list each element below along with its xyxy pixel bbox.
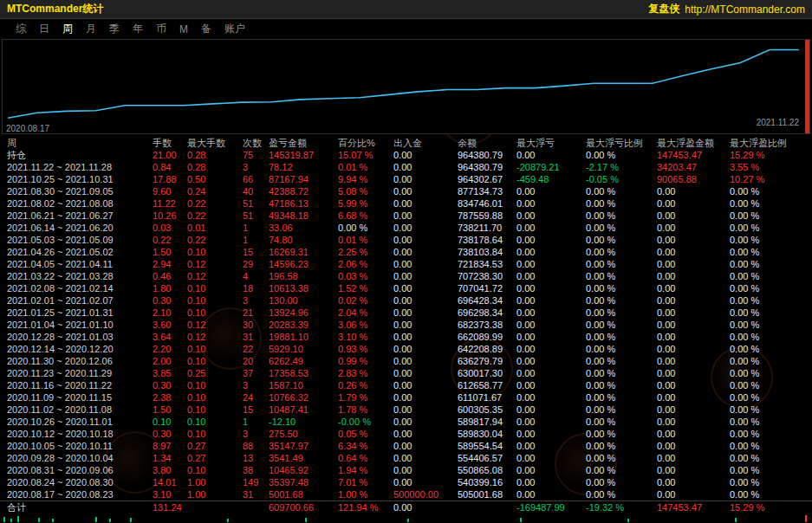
table-cell: 6.34 % (338, 440, 393, 452)
menu-item-9[interactable]: 备 (201, 22, 211, 36)
table-cell: 2020.11.16 ~ 2020.11.22 (7, 379, 153, 391)
table-cell: 636279.79 (458, 355, 516, 367)
menu-item-2[interactable]: 日 (39, 22, 49, 36)
table-row[interactable]: 2020.11.30 ~ 2020.12.062.000.10206262.49… (0, 355, 812, 367)
table-row[interactable]: 2020.12.28 ~ 2021.01.033.640.123119881.1… (0, 331, 812, 343)
app-window: MTCommander统计 复盘侠 http://MTCommander.com… (0, 0, 812, 523)
table-row[interactable]: 2021.01.25 ~ 2021.01.312.100.102113924.9… (0, 307, 812, 319)
table-row[interactable]: 2021.02.08 ~ 2021.02.141.800.101810613.3… (0, 282, 812, 294)
table-cell: 0.00 % (730, 258, 812, 270)
table-cell: 0.00 (393, 440, 458, 452)
table-cell: 2020.10.26 ~ 2020.11.01 (7, 416, 153, 428)
table-cell: 0.01 % (338, 234, 393, 246)
table-cell: 0.00 % (586, 476, 657, 488)
table-cell: 0.00 (516, 210, 586, 222)
table-row[interactable]: 2021.05.03 ~ 2021.05.090.220.22174.800.0… (0, 234, 812, 246)
table-cell: 682373.38 (458, 319, 516, 331)
table-cell: 0.00 % (730, 416, 812, 428)
menu-item-8[interactable]: M (179, 23, 188, 36)
table-cell: 15 (243, 246, 269, 258)
table-row[interactable]: 2021.08.30 ~ 2021.09.059.600.244042388.7… (0, 185, 812, 197)
table-row[interactable]: 2020.11.09 ~ 2020.11.152.380.102410766.3… (0, 391, 812, 404)
menu-item-6[interactable]: 年 (133, 22, 143, 36)
table-row[interactable]: 2020.09.28 ~ 2020.10.041.340.27133541.49… (0, 452, 812, 464)
table-cell: 0.99 % (338, 355, 393, 367)
table-cell: 0.00 (393, 501, 458, 513)
table-cell: 149 (243, 476, 269, 488)
menu-item-3[interactable]: 周 (62, 22, 73, 36)
table-cell: 0.10 (187, 404, 243, 416)
table-cell: 0.00 % (586, 222, 657, 234)
chart-scrollbar[interactable] (805, 40, 809, 133)
table-row[interactable]: 2020.11.23 ~ 2020.11.293.850.253717358.5… (0, 367, 812, 379)
brand-url-link[interactable]: http://MTCommander.com (685, 3, 805, 16)
table-cell: 500000.00 (393, 488, 458, 500)
table-cell: 42388.72 (269, 185, 338, 197)
table-row[interactable]: 2021.02.01 ~ 2021.02.070.300.103130.000.… (0, 294, 812, 307)
table-cell: 707238.30 (458, 270, 516, 282)
table-cell: 66 (243, 173, 269, 185)
table-cell: 964380.79 (458, 161, 516, 173)
table-cell: 0.00 % (586, 282, 657, 294)
table-row[interactable]: 2021.04.26 ~ 2021.05.021.500.101516269.3… (0, 246, 812, 258)
table-cell: 0.00 (516, 234, 586, 246)
table-cell: 合计 (7, 501, 153, 513)
table-row[interactable]: 2020.08.17 ~ 2020.08.233.101.00315001.68… (0, 488, 812, 500)
table-cell: 31 (243, 331, 269, 343)
table-cell: 2021.01.25 ~ 2021.01.31 (7, 307, 153, 319)
table-row[interactable]: 2020.12.14 ~ 2020.12.202.200.10225929.10… (0, 343, 812, 355)
table-row[interactable]: 2020.10.12 ~ 2020.10.180.300.103275.500.… (0, 428, 812, 440)
table-row[interactable]: 2020.10.05 ~ 2020.10.118.970.278835147.9… (0, 440, 812, 452)
table-cell: 642208.89 (458, 343, 516, 355)
menu-item-5[interactable]: 季 (109, 22, 120, 36)
mini-bar-red (805, 515, 807, 522)
table-cell: 0.24 (187, 185, 243, 197)
table-row[interactable]: 2020.08.24 ~ 2020.08.3014.011.0014935397… (0, 476, 812, 488)
table-cell (243, 501, 269, 513)
table-cell: 0.10 (187, 355, 243, 367)
table-cell: 0.00 (393, 294, 458, 307)
table-cell: 0.00 (657, 391, 730, 404)
table-row[interactable]: 2021.10.25 ~ 2021.10.3117.880.506687167.… (0, 173, 812, 185)
table-row[interactable]: 2021.06.21 ~ 2021.06.2710.260.225149348.… (0, 210, 812, 222)
table-cell: 1.79 % (338, 391, 393, 404)
table-cell: 1.78 % (338, 404, 393, 416)
table-cell: 0.00 (516, 367, 586, 379)
table-cell: 49348.18 (269, 210, 338, 222)
table-row[interactable]: 2021.01.04 ~ 2021.01.103.600.123020283.3… (0, 319, 812, 331)
equity-chart[interactable]: 2020.08.17 2021.11.22 (2, 39, 810, 134)
menu-item-7[interactable]: 币 (156, 22, 166, 36)
table-row[interactable]: 2020.11.16 ~ 2020.11.220.300.1031587.100… (0, 379, 812, 391)
table-cell: 612658.77 (458, 379, 516, 391)
table-row[interactable]: 2020.08.31 ~ 2020.09.063.800.103810465.9… (0, 464, 812, 476)
table-cell: -2.17 % (586, 161, 657, 173)
table-cell: 5.08 % (338, 185, 393, 197)
table-cell: 0.00 (516, 440, 586, 452)
table-cell: 0.00 (393, 464, 458, 476)
table-cell: 9.94 % (338, 173, 393, 185)
table-cell: 18 (243, 282, 269, 294)
table-row[interactable]: 2021.08.02 ~ 2021.08.0811.220.225147186.… (0, 197, 812, 210)
table-row[interactable]: 2021.11.22 ~ 2021.11.280.840.28378.120.0… (0, 161, 812, 173)
table-cell: 35397.48 (269, 476, 338, 488)
table-cell: 3 (243, 428, 269, 440)
table-row[interactable]: 2020.11.02 ~ 2020.11.081.500.101510487.4… (0, 404, 812, 416)
table-row[interactable]: 2021.03.22 ~ 2021.03.280.460.124196.580.… (0, 270, 812, 282)
menu-item-10[interactable]: 账户 (224, 22, 245, 36)
column-header: 出入金 (393, 137, 458, 149)
menu-item-4[interactable]: 月 (86, 22, 96, 36)
table-cell: 10613.38 (269, 282, 338, 294)
table-row[interactable]: 持仓21.000.2875145319.8715.07 %0.00964380.… (0, 149, 812, 161)
menu-item-1[interactable]: 综 (16, 22, 26, 36)
table-total-row[interactable]: 合计131.24609700.66121.94 %0.00-169487.99-… (0, 500, 812, 513)
table-row[interactable]: 2020.10.26 ~ 2020.11.010.100.101-12.10-0… (0, 416, 812, 428)
table-cell: 0.00 (393, 282, 458, 294)
table-cell: 0.22 (187, 197, 243, 210)
table-cell: 0.00 (516, 488, 586, 500)
table-cell: 0.00 % (586, 452, 657, 464)
table-cell: 51 (243, 197, 269, 210)
table-row[interactable]: 2021.04.05 ~ 2021.04.112.940.122914596.2… (0, 258, 812, 270)
table-cell: 834746.01 (458, 197, 516, 210)
mini-bar-green (109, 519, 111, 522)
table-row[interactable]: 2021.06.14 ~ 2021.06.200.030.01133.060.0… (0, 222, 812, 234)
